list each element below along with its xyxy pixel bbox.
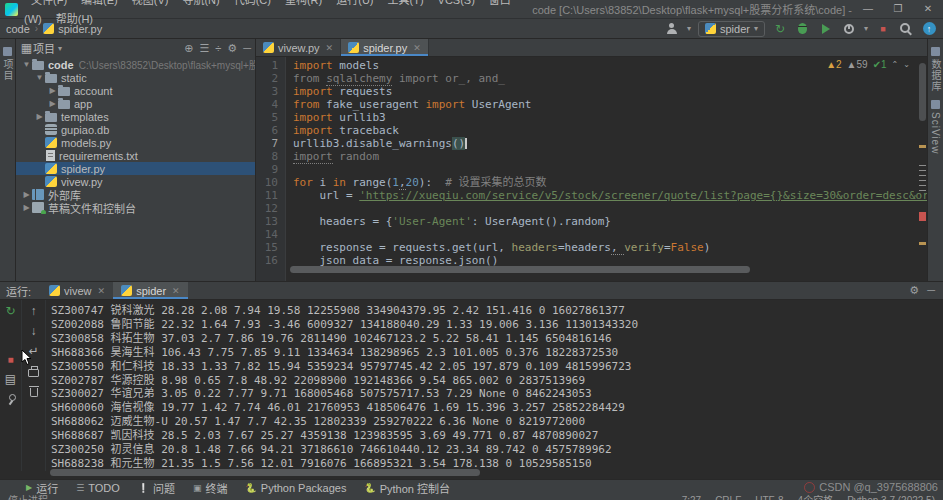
menu-item[interactable]: 视图(V)	[125, 0, 176, 6]
user-profile-icon[interactable]	[664, 21, 680, 37]
hide-panel-icon[interactable]: ─	[243, 42, 251, 55]
project-view-icon: ▦	[20, 40, 33, 56]
editor-vertical-scrollbar[interactable]	[918, 57, 927, 281]
chevron-down-icon[interactable]: ▾	[58, 44, 62, 53]
console-output[interactable]: SZ300747 锐科激光 28.28 2.08 7.94 19.58 1225…	[46, 300, 943, 471]
user-dropdown-icon[interactable]: ▾	[687, 24, 691, 33]
expand-settings-icon[interactable]: ÷	[215, 42, 221, 55]
tree-item-account[interactable]: ▶account	[16, 84, 255, 97]
tree-item-code[interactable]: ▼codeC:\Users\83852\Desktop\flask+mysql+…	[16, 58, 255, 71]
status-segment[interactable]: CRLF	[715, 495, 741, 500]
menu-item[interactable]: 编辑(E)	[74, 0, 125, 6]
stop-button[interactable]: ■	[875, 21, 891, 37]
toolbar-terminal[interactable]: ▣终端	[185, 480, 236, 495]
up-stacktrace-icon[interactable]: ↑	[26, 303, 42, 319]
code-editor[interactable]: import modelsfrom sqlalchemy import or_,…	[286, 57, 927, 281]
down-stacktrace-icon[interactable]: ↓	[26, 323, 42, 339]
update-notification-icon[interactable]: ↑	[921, 21, 937, 37]
status-segment[interactable]: 7:27	[682, 495, 701, 500]
code-line: from fake_useragent import UserAgent	[293, 98, 927, 111]
menu-item[interactable]: 运行(U)	[329, 0, 380, 6]
tree-item-static[interactable]: ▼static	[16, 71, 255, 84]
hide-panel-icon[interactable]: ─	[927, 284, 935, 297]
status-segment[interactable]: UTF-8	[755, 495, 783, 500]
rerun-button[interactable]: ↻	[772, 21, 788, 37]
run-tab-vivew[interactable]: vivew✕	[41, 282, 113, 299]
minimize-button[interactable]: —	[853, 0, 883, 18]
console-horizontal-scrollbar[interactable]	[50, 469, 480, 476]
py-icon	[45, 176, 57, 187]
search-everywhere-button[interactable]	[898, 21, 914, 37]
editor-horizontal-scrollbar[interactable]	[290, 266, 750, 273]
collapse-all-icon[interactable]: ☰	[199, 42, 209, 55]
menu-item[interactable]: 导航(N)	[175, 0, 226, 6]
code-area[interactable]: 12345678910111213141516 import modelsfro…	[256, 57, 927, 281]
menu-item[interactable]: 工具(T)	[381, 0, 431, 6]
debug-button[interactable]	[795, 21, 811, 37]
editor-tab-spider.py[interactable]: spider.py✕	[341, 39, 429, 56]
chevron-down-icon: ▾	[754, 24, 758, 33]
menu-item[interactable]: VCS(S)	[431, 0, 482, 6]
tree-item-requirements.txt[interactable]: requirements.txt	[16, 149, 255, 162]
settings-gear-icon[interactable]: ⚙	[227, 42, 237, 55]
menu-item[interactable]: 代码(C)	[227, 0, 278, 6]
toolbar-problems[interactable]: ❕问题	[130, 480, 183, 495]
next-issue-icon[interactable]: ⌄	[903, 60, 910, 69]
close-tab-icon[interactable]: ✕	[326, 43, 334, 53]
toolbar-run[interactable]: ▶运行	[18, 480, 66, 495]
tree-item-外部库[interactable]: ▶外部库	[16, 188, 255, 201]
mouse-cursor	[21, 349, 33, 370]
tree-item-gupiao.db[interactable]: gupiao.db	[16, 123, 255, 136]
profiler-button[interactable]	[841, 21, 857, 37]
locate-file-icon[interactable]: ⊕	[184, 42, 193, 55]
run-tab-spider[interactable]: spider✕	[113, 282, 188, 299]
tree-item-templates[interactable]: ▶templates	[16, 110, 255, 123]
sciview-stripe-button[interactable]: SciView	[930, 100, 941, 154]
menu-item[interactable]: 文件(F)	[24, 0, 74, 6]
run-configuration-select[interactable]: spider ▾	[698, 21, 765, 37]
breadcrumb-project[interactable]: code	[6, 23, 30, 35]
line-number: 11	[256, 189, 278, 202]
rerun-icon[interactable]: ↻	[3, 303, 19, 319]
tree-item-草稿文件和控制台[interactable]: ▶草稿文件和控制台	[16, 201, 255, 214]
code-token: ,	[399, 176, 406, 190]
profiler-dropdown-icon[interactable]: ▾	[864, 24, 868, 33]
menu-item[interactable]: 重构(R)	[278, 0, 329, 6]
tree-item-spider.py[interactable]: spider.py	[16, 162, 255, 175]
clear-console-icon[interactable]	[26, 383, 42, 399]
close-tab-icon[interactable]: ✕	[413, 43, 421, 53]
settings-gear-icon[interactable]: ⚙	[909, 284, 919, 297]
line-number: 4	[256, 98, 278, 111]
maximize-button[interactable]: ❐	[883, 0, 913, 18]
tree-item-vivew.py[interactable]: vivew.py	[16, 175, 255, 188]
pin-tab-icon[interactable]	[3, 391, 19, 407]
breadcrumb-separator-icon: ›	[35, 23, 38, 34]
breadcrumb-file[interactable]: spider.py	[58, 23, 102, 35]
prev-issue-icon[interactable]: ⌃	[892, 60, 899, 69]
code-token: fake_useragent	[320, 98, 426, 111]
status-segment[interactable]: 4个空格	[798, 495, 834, 500]
line-number: 16	[256, 254, 278, 267]
inspections-widget[interactable]: ▲2 ▲59 ✔1 ⌃ ⌄	[823, 59, 913, 70]
tree-item-models.py[interactable]: models.py	[16, 136, 255, 149]
pycharm-window: 文件(F)编辑(E)视图(V)导航(N)代码(C)重构(R)运行(U)工具(T)…	[0, 0, 943, 500]
status-segment[interactable]: Python 3.7 (2022.5)	[847, 495, 935, 500]
restore-layout-icon[interactable]: ▤	[3, 371, 19, 387]
database-stripe-button[interactable]: 数据库	[928, 47, 943, 92]
toolbar-todo[interactable]: ☰TODO	[68, 480, 128, 495]
close-tab-icon[interactable]: ✕	[172, 286, 180, 296]
scratch-icon	[32, 202, 44, 213]
close-tab-icon[interactable]: ✕	[98, 286, 106, 296]
tree-item-app[interactable]: ▶app	[16, 97, 255, 110]
folder-icon	[58, 87, 70, 96]
close-button[interactable]: ✕	[913, 0, 943, 18]
folder-icon	[58, 100, 70, 109]
project-stripe-button[interactable]: 项目	[0, 47, 15, 81]
project-panel-title[interactable]: 项目	[33, 40, 55, 56]
console-row: SH600060 海信视像 19.77 1.42 7.74 46.01 2176…	[51, 401, 943, 415]
stop-icon[interactable]: ■	[3, 351, 19, 367]
coverage-button[interactable]	[818, 21, 834, 37]
editor-tab-vivew.py[interactable]: vivew.py✕	[256, 39, 341, 56]
toolbar-python-packages[interactable]: 🐍Python Packages	[238, 480, 355, 495]
toolbar-python-console[interactable]: 🐍Python 控制台	[356, 480, 458, 495]
